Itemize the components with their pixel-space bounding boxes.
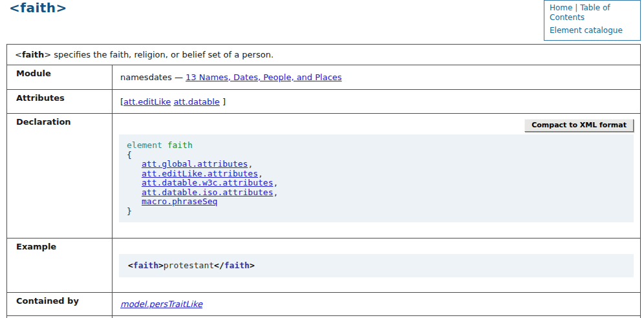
code-line-member: macro.phraseSeq (127, 197, 626, 207)
code-link-att-editlike-attributes[interactable]: att.editLike.attributes (142, 169, 258, 178)
table-row-description: <faith> specifies the faith, religion, o… (7, 45, 641, 65)
code-comma: , (274, 187, 279, 197)
description-gi-name: faith (22, 50, 44, 59)
code-line-member: att.datable.iso.attributes, (127, 188, 626, 198)
code-line-member: att.datable.w3c.attributes, (127, 178, 626, 188)
example-open-bracket-close: > (158, 260, 164, 270)
nav-line-primary: Home | Table of Contents (550, 3, 635, 23)
table-row-attributes: Attributes [att.editLike att.datable ] (7, 90, 641, 114)
nav-separator: | (575, 3, 577, 12)
contained-by-model-link[interactable]: model.persTraitLike (120, 299, 202, 309)
table-row-contained-by: Contained by model.persTraitLike (7, 293, 641, 316)
declaration-button-row: Compact to XML format (119, 119, 634, 133)
code-link-att-global-attributes[interactable]: att.global.attributes (142, 159, 248, 169)
code-line-open-brace: { (127, 151, 626, 160)
module-label: Module (7, 65, 113, 90)
example-open-tag-name: faith (133, 260, 158, 270)
description-cell: <faith> specifies the faith, religion, o… (7, 45, 641, 65)
example-label: Example (7, 238, 113, 293)
description-text: > specifies the faith, religion, or beli… (44, 50, 274, 59)
table-row-module: Module namesdates — 13 Names, Dates, Peo… (7, 65, 641, 90)
code-comma: , (258, 169, 263, 178)
example-close-bracket: </ (214, 260, 224, 270)
clipped-row-label-cell (7, 316, 113, 318)
table-row-example: Example <faith>protestant</faith> (7, 238, 641, 293)
contained-by-label: Contained by (7, 293, 113, 316)
example-close-tag-name: faith (224, 260, 250, 270)
clipped-row-content-cell (113, 316, 641, 318)
code-line-member: att.editLike.attributes, (127, 169, 626, 179)
attribute-class-link-editlike[interactable]: att.editLike (123, 97, 171, 107)
code-keyword: element (127, 140, 162, 150)
example-open-bracket: < (128, 260, 133, 270)
nav-link-home[interactable]: Home (550, 3, 572, 12)
nav-box: Home | Table of Contents Element catalog… (544, 0, 641, 41)
description-gi-open: < (15, 50, 22, 59)
page-title: <faith> (9, 0, 67, 16)
declaration-cell: Compact to XML format element faith { at… (113, 114, 641, 238)
code-line-member: att.global.attributes, (127, 160, 626, 169)
attributes-close-bracket: ] (222, 97, 226, 107)
code-comma: , (248, 159, 253, 169)
declaration-code-block: element faith { att.global.attributes, a… (119, 134, 634, 222)
example-code-block: <faith>protestant</faith> (119, 254, 634, 277)
element-reference-page: <faith> Home | Table of Contents Element… (0, 0, 644, 318)
code-link-macro-phraseseq[interactable]: macro.phraseSeq (142, 196, 217, 206)
contained-by-cell: model.persTraitLike (113, 293, 641, 316)
code-comma: , (274, 178, 279, 187)
code-element-name: faith (167, 140, 193, 150)
module-name: namesdates (120, 72, 172, 82)
module-cell: namesdates — 13 Names, Dates, People, an… (113, 65, 641, 90)
nav-line-secondary: Element catalogue (550, 26, 635, 36)
declaration-label: Declaration (7, 114, 113, 238)
example-cell: <faith>protestant</faith> (113, 238, 641, 293)
attributes-label: Attributes (7, 90, 113, 114)
element-spec-table: <faith> specifies the faith, religion, o… (6, 44, 641, 318)
module-dash: — (175, 72, 183, 82)
compact-to-xml-button[interactable]: Compact to XML format (524, 119, 634, 132)
code-link-att-datable-w3c-attributes[interactable]: att.datable.w3c.attributes (142, 178, 274, 187)
example-text-content: protestant (164, 260, 214, 270)
code-link-att-datable-iso-attributes[interactable]: att.datable.iso.attributes (142, 187, 274, 197)
code-line-element: element faith (127, 141, 626, 151)
code-line-close-brace: } (127, 207, 626, 217)
example-close-bracket-close: > (250, 260, 255, 270)
table-row-declaration: Declaration Compact to XML format elemen… (7, 114, 641, 238)
attributes-cell: [att.editLike att.datable ] (113, 90, 641, 114)
module-chapter-link[interactable]: 13 Names, Dates, People, and Places (186, 72, 342, 82)
nav-link-element-catalogue[interactable]: Element catalogue (550, 26, 623, 35)
table-row-clipped (7, 316, 641, 318)
attribute-class-link-datable[interactable]: att.datable (173, 97, 219, 107)
